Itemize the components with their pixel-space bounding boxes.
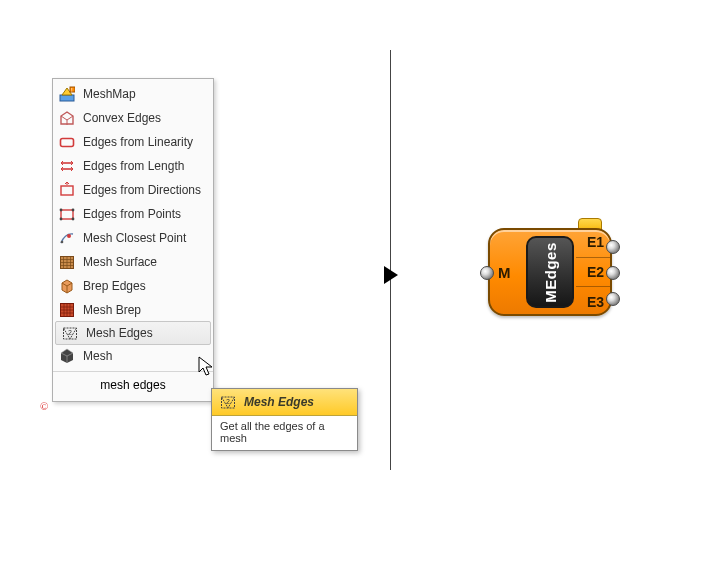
output-params: E1 E2 E3 <box>587 228 604 316</box>
output-port[interactable] <box>606 292 620 306</box>
edges-length-icon <box>59 158 75 174</box>
mesh-edges-icon: 2 <box>62 325 78 341</box>
menu-label: Convex Edges <box>83 111 161 125</box>
output-port[interactable] <box>606 240 620 254</box>
mesh-surface-icon <box>59 254 75 270</box>
output-separator <box>576 286 610 287</box>
svg-point-8 <box>60 209 63 212</box>
component-tooltip: 2 Mesh Edges Get all the edges of a mesh <box>211 388 358 451</box>
search-row <box>53 371 213 398</box>
output-param-e2[interactable]: E2 <box>587 265 604 279</box>
svg-point-13 <box>61 241 64 244</box>
svg-rect-3 <box>61 139 74 147</box>
input-port[interactable] <box>480 266 494 280</box>
menu-label: Edges from Linearity <box>83 135 193 149</box>
edges-directions-icon <box>59 182 75 198</box>
component-search-input[interactable] <box>53 373 213 397</box>
svg-rect-0 <box>60 95 74 101</box>
svg-point-9 <box>72 209 75 212</box>
svg-point-10 <box>60 218 63 221</box>
menu-item-mesh-surface[interactable]: Mesh Surface <box>53 250 213 274</box>
vertical-divider <box>390 50 391 470</box>
menu-item-meshmap[interactable]: ! MeshMap <box>53 82 213 106</box>
menu-label: Mesh <box>83 349 112 363</box>
grasshopper-component[interactable]: M MEdges E1 E2 E3 <box>488 228 612 316</box>
convex-edges-icon <box>59 110 75 126</box>
edges-linearity-icon <box>59 134 75 150</box>
brep-edges-icon <box>59 278 75 294</box>
component-title: MEdges <box>543 242 558 303</box>
closest-point-icon <box>59 230 75 246</box>
component-search-popup: ! MeshMap Convex Edges Edges from Linear… <box>52 78 214 402</box>
svg-rect-6 <box>61 186 73 195</box>
menu-item-mesh[interactable]: Mesh <box>53 344 213 368</box>
svg-text:2: 2 <box>226 398 230 405</box>
menu-item-mesh-closest-point[interactable]: Mesh Closest Point <box>53 226 213 250</box>
component-title-strip: MEdges <box>526 236 574 308</box>
menu-item-mesh-brep[interactable]: Mesh Brep <box>53 298 213 322</box>
tooltip-title: Mesh Edges <box>244 395 314 409</box>
output-param-e1[interactable]: E1 <box>587 235 604 249</box>
menu-label: Mesh Surface <box>83 255 157 269</box>
copyright-glyph: © <box>40 400 48 412</box>
mesh-icon <box>59 348 75 364</box>
meshmap-icon: ! <box>59 86 75 102</box>
menu-item-edges-length[interactable]: Edges from Length <box>53 154 213 178</box>
svg-text:2: 2 <box>68 329 72 336</box>
output-param-e3[interactable]: E3 <box>587 295 604 309</box>
tooltip-header: 2 Mesh Edges <box>212 389 357 416</box>
menu-item-edges-linearity[interactable]: Edges from Linearity <box>53 130 213 154</box>
arrow-right-icon <box>382 264 400 286</box>
mesh-edges-icon: 2 <box>220 394 236 410</box>
menu-label: MeshMap <box>83 87 136 101</box>
output-separator <box>576 257 610 258</box>
svg-point-12 <box>67 234 71 238</box>
menu-item-convex-edges[interactable]: Convex Edges <box>53 106 213 130</box>
menu-label: Mesh Brep <box>83 303 141 317</box>
menu-item-edges-points[interactable]: Edges from Points <box>53 202 213 226</box>
menu-label: Edges from Points <box>83 207 181 221</box>
output-port[interactable] <box>606 266 620 280</box>
menu-label: Brep Edges <box>83 279 146 293</box>
menu-item-edges-directions[interactable]: Edges from Directions <box>53 178 213 202</box>
mesh-brep-icon <box>59 302 75 318</box>
input-param-m[interactable]: M <box>498 228 511 316</box>
menu-item-brep-edges[interactable]: Brep Edges <box>53 274 213 298</box>
svg-rect-7 <box>61 210 73 219</box>
menu-label: Edges from Directions <box>83 183 201 197</box>
edges-points-icon <box>59 206 75 222</box>
tooltip-body: Get all the edges of a mesh <box>212 416 357 450</box>
menu-item-mesh-edges[interactable]: 2 Mesh Edges <box>55 321 211 345</box>
menu-label: Mesh Edges <box>86 326 153 340</box>
menu-label: Mesh Closest Point <box>83 231 186 245</box>
svg-point-11 <box>72 218 75 221</box>
menu-label: Edges from Length <box>83 159 184 173</box>
